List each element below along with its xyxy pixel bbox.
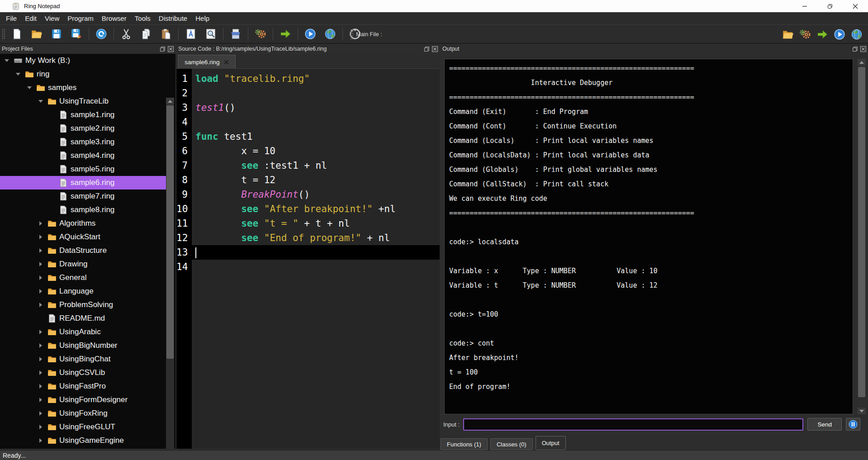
- code-line-6[interactable]: x = 10: [192, 144, 440, 158]
- menu-item-view[interactable]: View: [41, 13, 63, 24]
- tree-item-usingfoxring[interactable]: UsingFoxRing: [0, 407, 166, 420]
- code-line-1[interactable]: load "tracelib.ring": [192, 71, 440, 86]
- tree-item-usingfastpro[interactable]: UsingFastPro: [0, 379, 166, 393]
- console-scrollbar[interactable]: [858, 59, 866, 414]
- tree-item-usingarabic[interactable]: UsingArabic: [0, 325, 166, 339]
- menu-item-help[interactable]: Help: [191, 13, 213, 24]
- menu-item-tools[interactable]: Tools: [131, 13, 155, 24]
- code-line-4[interactable]: [192, 115, 440, 129]
- float-panel-icon[interactable]: [160, 46, 166, 52]
- close-panel-icon[interactable]: [860, 46, 866, 52]
- font-button[interactable]: [183, 26, 199, 42]
- float-panel-icon[interactable]: [852, 46, 858, 52]
- chevron-collapsed-icon[interactable]: [38, 437, 44, 444]
- chevron-collapsed-icon[interactable]: [38, 220, 44, 227]
- tree-item-sample6-ring[interactable]: sample6.ring: [0, 176, 166, 190]
- tree-item-usingcsvlib[interactable]: UsingCSVLib: [0, 366, 166, 379]
- tree-item-usingtracelib[interactable]: UsingTraceLib: [0, 95, 166, 108]
- editor-code[interactable]: load "tracelib.ring"test1()func test1 x …: [192, 69, 440, 449]
- close-panel-icon[interactable]: [168, 46, 174, 52]
- tree-item-aquickstart[interactable]: AQuickStart: [0, 230, 166, 244]
- menu-item-program[interactable]: Program: [63, 13, 98, 24]
- code-line-12[interactable]: see "End of program!" + nl: [192, 231, 440, 245]
- tree-item-my-work-b[interactable]: My Work (B:): [0, 54, 166, 67]
- chevron-collapsed-icon[interactable]: [38, 288, 44, 294]
- tab-close-icon[interactable]: [224, 60, 229, 65]
- tree-item-drawing[interactable]: Drawing: [0, 257, 166, 271]
- tab-sample6-ring[interactable]: sample6.ring: [178, 55, 236, 69]
- code-line-13[interactable]: [192, 245, 440, 260]
- open-main-file-button[interactable]: [781, 27, 795, 42]
- chevron-expanded-icon[interactable]: [38, 98, 44, 104]
- code-line-5[interactable]: func test1: [192, 129, 440, 144]
- settings-button[interactable]: [253, 26, 268, 42]
- tree-item-usingfreeglut[interactable]: UsingFreeGLUT: [0, 420, 166, 434]
- chevron-collapsed-icon[interactable]: [38, 356, 44, 362]
- chevron-collapsed-icon[interactable]: [38, 342, 44, 349]
- paste-button[interactable]: [158, 26, 174, 42]
- save-as-button[interactable]: [69, 26, 84, 42]
- send-button[interactable]: Send: [807, 418, 842, 431]
- chevron-expanded-icon[interactable]: [15, 71, 21, 77]
- run-gui-button[interactable]: [323, 26, 338, 42]
- run-main-button[interactable]: [832, 27, 847, 42]
- minimize-button[interactable]: [792, 0, 817, 12]
- code-line-7[interactable]: see :test1 + nl: [192, 158, 440, 173]
- cut-button[interactable]: [119, 26, 134, 42]
- scroll-down-icon[interactable]: [858, 408, 866, 414]
- menu-item-distribute[interactable]: Distribute: [155, 13, 191, 24]
- tree-item-sample5-ring[interactable]: sample5.ring: [0, 162, 166, 176]
- tree-item-readme-md[interactable]: README.md: [0, 312, 166, 325]
- tree-item-problemsolving[interactable]: ProblemSolving: [0, 298, 166, 312]
- code-editor[interactable]: 1234567891011121314 load "tracelib.ring"…: [176, 69, 440, 449]
- chevron-collapsed-icon[interactable]: [38, 410, 44, 417]
- toolbar-grip[interactable]: [2, 28, 5, 39]
- tree-item-datastructure[interactable]: DataStructure: [0, 244, 166, 257]
- tree-item-samples[interactable]: samples: [0, 81, 166, 95]
- chevron-collapsed-icon[interactable]: [38, 329, 44, 335]
- chevron-collapsed-icon[interactable]: [38, 370, 44, 376]
- close-button[interactable]: [843, 0, 868, 12]
- tree-item-algorithms[interactable]: Algorithms: [0, 217, 166, 230]
- tree-item-general[interactable]: General: [0, 271, 166, 285]
- chevron-collapsed-icon[interactable]: [38, 397, 44, 403]
- code-line-2[interactable]: [192, 86, 440, 100]
- chevron-collapsed-icon[interactable]: [38, 247, 44, 254]
- chevron-expanded-icon[interactable]: [26, 85, 33, 91]
- chevron-collapsed-icon[interactable]: [38, 302, 44, 308]
- tree-item-usingformdesigner[interactable]: UsingFormDesigner: [0, 393, 166, 407]
- code-line-9[interactable]: BreakPoint(): [192, 187, 440, 202]
- tree-item-ring[interactable]: ring: [0, 67, 166, 81]
- tree-item-usingbignumber[interactable]: UsingBigNumber: [0, 339, 166, 352]
- tree-item-sample2-ring[interactable]: sample2.ring: [0, 122, 166, 135]
- tree-item-sample3-ring[interactable]: sample3.ring: [0, 135, 166, 149]
- tree-item-usingbingchat[interactable]: UsingBingChat: [0, 352, 166, 366]
- menu-item-file[interactable]: File: [2, 13, 21, 24]
- menu-item-browser[interactable]: Browser: [98, 13, 131, 24]
- float-panel-icon[interactable]: [424, 46, 430, 52]
- scroll-up-icon[interactable]: [166, 98, 174, 104]
- main-settings-button[interactable]: [798, 27, 812, 42]
- project-tree-scrollbar[interactable]: [166, 98, 174, 460]
- save-button[interactable]: [49, 26, 64, 42]
- run-button[interactable]: [303, 26, 318, 42]
- tab-functions-1[interactable]: Functions (1): [441, 438, 488, 450]
- chevron-collapsed-icon[interactable]: [38, 424, 44, 430]
- code-line-10[interactable]: see "After breakpoint!" +nl: [192, 202, 440, 216]
- chevron-collapsed-icon[interactable]: [38, 383, 44, 389]
- goto-main-file-button[interactable]: [815, 27, 830, 42]
- copy-button[interactable]: [138, 26, 154, 42]
- debugger-input[interactable]: [463, 418, 803, 431]
- code-line-3[interactable]: test1(): [192, 100, 440, 115]
- maximize-button[interactable]: [817, 0, 843, 12]
- open-file-button[interactable]: [29, 26, 44, 42]
- code-line-14[interactable]: [192, 260, 440, 274]
- code-line-8[interactable]: t = 12: [192, 173, 440, 187]
- chevron-collapsed-icon[interactable]: [38, 261, 44, 267]
- menu-item-edit[interactable]: Edit: [21, 13, 41, 24]
- chevron-expanded-icon[interactable]: [4, 57, 10, 64]
- find-button[interactable]: [203, 26, 218, 42]
- goto-button[interactable]: [278, 26, 293, 42]
- run-main-gui-button[interactable]: [849, 27, 864, 42]
- tree-item-usinggameengine[interactable]: UsingGameEngine: [0, 434, 166, 447]
